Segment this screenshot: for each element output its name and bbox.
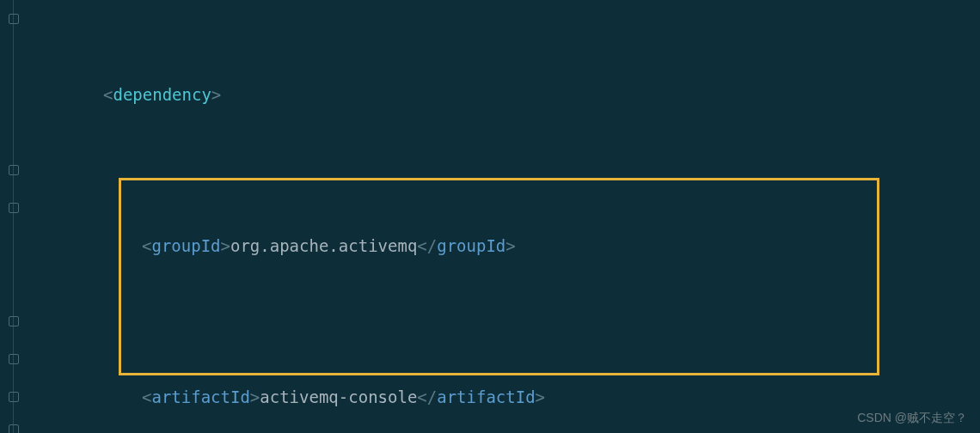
bracket: < xyxy=(142,236,151,255)
bracket: > xyxy=(505,236,515,255)
bracket: < xyxy=(142,387,151,406)
code-line: <groupId>org.apache.activemq</groupId> xyxy=(26,227,980,265)
fold-marker-icon[interactable] xyxy=(9,203,19,213)
watermark: CSDN @贼不走空？ xyxy=(857,411,967,426)
bracket: > xyxy=(536,387,545,406)
bracket: < xyxy=(103,85,113,104)
fold-marker-icon[interactable] xyxy=(9,165,19,175)
editor-gutter xyxy=(0,0,26,433)
fold-marker-icon[interactable] xyxy=(9,424,19,433)
xml-text: org.apache.activemq xyxy=(230,236,417,255)
fold-marker-icon[interactable] xyxy=(9,392,19,402)
fold-marker-icon[interactable] xyxy=(9,354,19,364)
bracket: > xyxy=(250,387,260,406)
xml-tag: artifactId xyxy=(151,387,249,406)
bracket: </ xyxy=(417,387,437,406)
code-editor[interactable]: <dependency> <groupId>org.apache.activem… xyxy=(26,0,980,433)
xml-tag: artifactId xyxy=(437,387,535,406)
bracket: > xyxy=(211,85,221,104)
xml-tag: groupId xyxy=(437,236,505,255)
xml-text: activemq-console xyxy=(260,387,417,406)
gutter-line xyxy=(13,0,14,433)
xml-tag: dependency xyxy=(113,85,211,104)
bracket: </ xyxy=(417,236,437,255)
fold-marker-icon[interactable] xyxy=(9,14,19,24)
code-line: <dependency> xyxy=(26,76,980,113)
xml-tag: groupId xyxy=(151,236,220,255)
fold-marker-icon[interactable] xyxy=(9,316,19,326)
bracket: > xyxy=(221,236,230,255)
code-line: <artifactId>activemq-console</artifactId… xyxy=(26,378,980,416)
